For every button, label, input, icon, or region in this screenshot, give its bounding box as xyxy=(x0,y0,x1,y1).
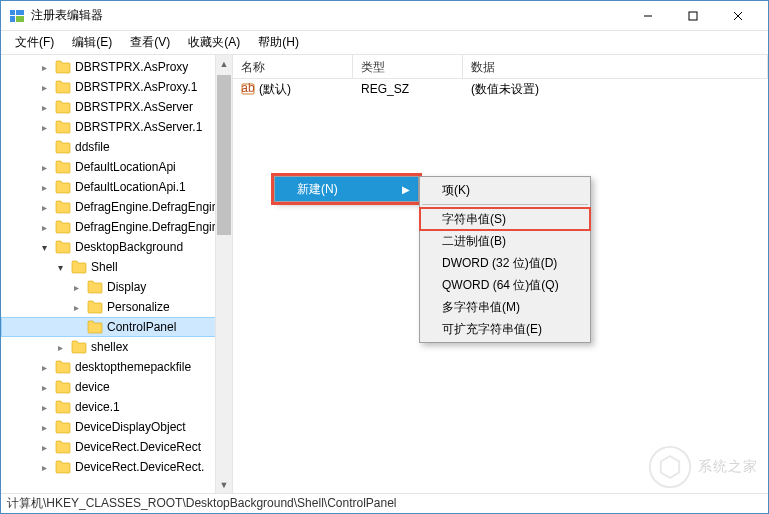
menu-file[interactable]: 文件(F) xyxy=(7,31,62,54)
column-name[interactable]: 名称 xyxy=(233,55,353,78)
chevron-icon[interactable] xyxy=(37,362,51,373)
tree-item-desktopthemepackfile[interactable]: desktopthemepackfile xyxy=(1,357,232,377)
chevron-icon[interactable] xyxy=(37,402,51,413)
chevron-icon[interactable] xyxy=(37,462,51,473)
tree-item-label: DesktopBackground xyxy=(75,240,183,254)
folder-icon xyxy=(55,400,71,414)
tree-item-label: ddsfile xyxy=(75,140,110,154)
ctx-new[interactable]: 新建(N) ▶ xyxy=(275,177,418,201)
ctx-binary[interactable]: 二进制值(B) xyxy=(420,230,590,252)
chevron-icon[interactable] xyxy=(69,282,83,293)
list-header: 名称 类型 数据 xyxy=(233,55,768,79)
tree-item-device[interactable]: device xyxy=(1,377,232,397)
tree-item-dbrstprx-asserver-1[interactable]: DBRSTPRX.AsServer.1 xyxy=(1,117,232,137)
tree-item-devicerect-devicerect-[interactable]: DeviceRect.DeviceRect. xyxy=(1,457,232,477)
statusbar: 计算机\HKEY_CLASSES_ROOT\DesktopBackground\… xyxy=(1,493,768,513)
tree-item-label: Personalize xyxy=(107,300,170,314)
tree-item-display[interactable]: Display xyxy=(1,277,232,297)
chevron-icon[interactable] xyxy=(37,62,51,73)
menu-view[interactable]: 查看(V) xyxy=(122,31,178,54)
folder-icon xyxy=(55,80,71,94)
ctx-string[interactable]: 字符串值(S) xyxy=(420,208,590,230)
ctx-qword[interactable]: QWORD (64 位)值(Q) xyxy=(420,274,590,296)
menu-help[interactable]: 帮助(H) xyxy=(250,31,307,54)
tree-item-desktopbackground[interactable]: DesktopBackground xyxy=(1,237,232,257)
chevron-icon[interactable] xyxy=(37,202,51,213)
ctx-expand[interactable]: 可扩充字符串值(E) xyxy=(420,318,590,340)
close-button[interactable] xyxy=(715,2,760,30)
tree-item-shellex[interactable]: shellex xyxy=(1,337,232,357)
chevron-icon[interactable] xyxy=(37,382,51,393)
tree-item-shell[interactable]: Shell xyxy=(1,257,232,277)
tree-item-label: device.1 xyxy=(75,400,120,414)
window-title: 注册表编辑器 xyxy=(31,7,625,24)
context-submenu: 项(K) 字符串值(S) 二进制值(B) DWORD (32 位)值(D) QW… xyxy=(419,176,591,343)
list-row[interactable]: ab (默认) REG_SZ (数值未设置) xyxy=(233,79,768,99)
chevron-icon[interactable] xyxy=(37,422,51,433)
tree-item-defaultlocationapi-1[interactable]: DefaultLocationApi.1 xyxy=(1,177,232,197)
ctx-new-label: 新建(N) xyxy=(297,181,338,198)
chevron-icon[interactable] xyxy=(37,102,51,113)
tree-scrollbar[interactable]: ▲ ▼ xyxy=(215,55,232,493)
folder-icon xyxy=(87,280,103,294)
tree-item-defaultlocationapi[interactable]: DefaultLocationApi xyxy=(1,157,232,177)
value-type: REG_SZ xyxy=(353,80,463,98)
tree-item-dbrstprx-asserver[interactable]: DBRSTPRX.AsServer xyxy=(1,97,232,117)
chevron-icon[interactable] xyxy=(37,222,51,233)
column-data[interactable]: 数据 xyxy=(463,55,768,78)
menu-edit[interactable]: 编辑(E) xyxy=(64,31,120,54)
submenu-arrow-icon: ▶ xyxy=(402,184,410,195)
tree-item-defragengine-defragengine[interactable]: DefragEngine.DefragEngine xyxy=(1,197,232,217)
tree-item-label: Shell xyxy=(91,260,118,274)
scroll-down-icon[interactable]: ▼ xyxy=(216,476,232,493)
value-data: (数值未设置) xyxy=(463,79,768,100)
tree-item-personalize[interactable]: Personalize xyxy=(1,297,232,317)
ctx-dword[interactable]: DWORD (32 位)值(D) xyxy=(420,252,590,274)
tree-item-controlpanel[interactable]: ControlPanel xyxy=(1,317,232,337)
chevron-icon[interactable] xyxy=(37,182,51,193)
svg-rect-2 xyxy=(10,16,15,22)
folder-icon xyxy=(71,260,87,274)
context-menu-new: 新建(N) ▶ xyxy=(274,176,419,202)
chevron-icon[interactable] xyxy=(37,122,51,133)
folder-icon xyxy=(55,180,71,194)
tree-item-label: DeviceRect.DeviceRect. xyxy=(75,460,204,474)
tree-item-devicerect-devicerect[interactable]: DeviceRect.DeviceRect xyxy=(1,437,232,457)
tree-item-defragengine-defragengine[interactable]: DefragEngine.DefragEngine xyxy=(1,217,232,237)
chevron-icon[interactable] xyxy=(69,302,83,313)
tree-item-devicedisplayobject[interactable]: DeviceDisplayObject xyxy=(1,417,232,437)
folder-icon xyxy=(55,460,71,474)
menu-favorites[interactable]: 收藏夹(A) xyxy=(180,31,248,54)
tree-item-label: DBRSTPRX.AsProxy.1 xyxy=(75,80,197,94)
chevron-icon[interactable] xyxy=(37,162,51,173)
chevron-icon[interactable] xyxy=(53,342,67,353)
folder-icon xyxy=(55,420,71,434)
tree-item-ddsfile[interactable]: ddsfile xyxy=(1,137,232,157)
tree-item-label: DeviceDisplayObject xyxy=(75,420,186,434)
ctx-key[interactable]: 项(K) xyxy=(420,179,590,201)
svg-rect-5 xyxy=(689,12,697,20)
column-type[interactable]: 类型 xyxy=(353,55,463,78)
maximize-button[interactable] xyxy=(670,2,715,30)
chevron-icon[interactable] xyxy=(53,262,67,273)
tree-item-dbrstprx-asproxy-1[interactable]: DBRSTPRX.AsProxy.1 xyxy=(1,77,232,97)
scroll-up-icon[interactable]: ▲ xyxy=(216,55,232,72)
chevron-icon[interactable] xyxy=(37,242,51,253)
tree-item-label: DeviceRect.DeviceRect xyxy=(75,440,201,454)
tree-item-dbrstprx-asproxy[interactable]: DBRSTPRX.AsProxy xyxy=(1,57,232,77)
menubar: 文件(F) 编辑(E) 查看(V) 收藏夹(A) 帮助(H) xyxy=(1,31,768,55)
folder-icon xyxy=(55,100,71,114)
chevron-icon[interactable] xyxy=(37,82,51,93)
tree-item-label: DefragEngine.DefragEngine xyxy=(75,200,225,214)
tree-item-label: shellex xyxy=(91,340,128,354)
tree-item-device-1[interactable]: device.1 xyxy=(1,397,232,417)
minimize-button[interactable] xyxy=(625,2,670,30)
chevron-icon[interactable] xyxy=(37,442,51,453)
folder-icon xyxy=(55,140,71,154)
ctx-multi[interactable]: 多字符串值(M) xyxy=(420,296,590,318)
folder-icon xyxy=(55,440,71,454)
tree-item-label: DefragEngine.DefragEngine xyxy=(75,220,225,234)
scroll-thumb[interactable] xyxy=(217,75,231,235)
folder-icon xyxy=(87,320,103,334)
folder-icon xyxy=(55,160,71,174)
